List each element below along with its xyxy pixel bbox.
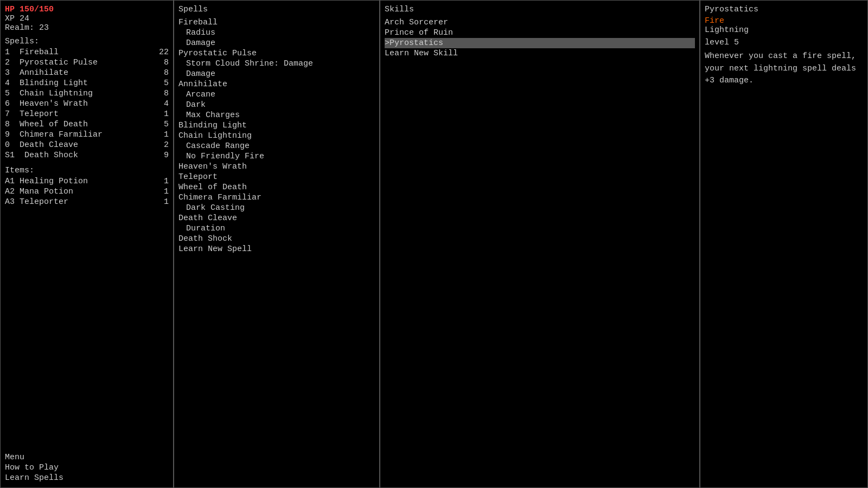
spells-panel-item[interactable]: Teleport xyxy=(178,172,375,182)
spells-panel-item[interactable]: Radius xyxy=(178,28,375,38)
detail-panel: Pyrostatics Fire Lightning level 5 Whene… xyxy=(700,0,868,488)
skills-panel-item[interactable]: Arch Sorcerer xyxy=(385,17,695,28)
spells-panel-item[interactable]: Death Cleave xyxy=(178,213,375,223)
left-item-row[interactable]: A2 Mana Potion1 xyxy=(5,187,169,197)
left-panel: HP 150/150 XP 24 Realm: 23 Spells: 1 Fir… xyxy=(0,0,174,488)
left-item-row[interactable]: A1 Healing Potion1 xyxy=(5,176,169,187)
spells-panel-item[interactable]: Cascade Range xyxy=(178,141,375,151)
spells-panel-item[interactable]: Learn New Spell xyxy=(178,244,375,254)
spells-panel-item[interactable]: Chain Lightning xyxy=(178,131,375,141)
bottom-menu: Menu How to PlayLearn Spells xyxy=(5,448,169,483)
hp-display: HP 150/150 xyxy=(5,5,169,14)
spells-panel-item[interactable]: Dark Casting xyxy=(178,203,375,213)
left-spell-row[interactable]: 6 Heaven's Wrath4 xyxy=(5,99,169,109)
left-spell-row[interactable]: 3 Annihilate8 xyxy=(5,68,169,78)
spells-panel-item[interactable]: Death Shock xyxy=(178,234,375,244)
spells-panel-item[interactable]: Chimera Farmiliar xyxy=(178,192,375,203)
spells-panel-item[interactable]: Fireball xyxy=(178,17,375,28)
left-spell-row[interactable]: 7 Teleport1 xyxy=(5,109,169,119)
spells-panel-title: Spells xyxy=(178,5,375,14)
menu-items: How to PlayLearn Spells xyxy=(5,463,169,483)
skills-panel: Skills Arch SorcererPrince of Ruin>Pyros… xyxy=(380,0,700,488)
spells-panel-item[interactable]: Dark xyxy=(178,100,375,110)
skills-list-main: Arch SorcererPrince of Ruin>PyrostaticsL… xyxy=(385,17,695,59)
spells-panel-item[interactable]: No Friendly Fire xyxy=(178,151,375,162)
spells-panel-item[interactable]: Heaven's Wrath xyxy=(178,162,375,172)
spells-panel: Spells FireballRadiusDamagePyrostatic Pu… xyxy=(174,0,380,488)
left-spell-row[interactable]: 0 Death Cleave2 xyxy=(5,140,169,150)
spells-header: Spells: xyxy=(5,37,169,46)
menu-label: Menu xyxy=(5,452,169,463)
detail-description: Whenever you cast a fire spell, your nex… xyxy=(705,50,863,87)
realm-display: Realm: 23 xyxy=(5,23,169,33)
spells-panel-item[interactable]: Pyrostatic Pulse xyxy=(178,48,375,59)
left-top: HP 150/150 XP 24 Realm: 23 Spells: 1 Fir… xyxy=(5,5,169,207)
detail-lightning: Lightning xyxy=(705,25,863,35)
detail-level: level 5 xyxy=(705,38,863,47)
spells-panel-item[interactable]: Max Charges xyxy=(178,110,375,120)
detail-fire: Fire xyxy=(705,16,863,25)
items-list: A1 Healing Potion1A2 Mana Potion1A3 Tele… xyxy=(5,176,169,207)
spells-panel-item[interactable]: Duration xyxy=(178,223,375,234)
spells-panel-item[interactable]: Arcane xyxy=(178,89,375,100)
spells-panel-item[interactable]: Damage xyxy=(178,38,375,48)
left-spell-row[interactable]: 2 Pyrostatic Pulse8 xyxy=(5,57,169,68)
xp-display: XP 24 xyxy=(5,14,169,23)
left-spell-row[interactable]: 1 Fireball22 xyxy=(5,47,169,57)
menu-item[interactable]: Learn Spells xyxy=(5,473,169,483)
left-spell-row[interactable]: 4 Blinding Light5 xyxy=(5,78,169,88)
spells-panel-item[interactable]: Annihilate xyxy=(178,79,375,89)
spells-list: 1 Fireball222 Pyrostatic Pulse83 Annihil… xyxy=(5,47,169,160)
left-spell-row[interactable]: 9 Chimera Farmiliar1 xyxy=(5,130,169,140)
skills-panel-item[interactable]: Prince of Ruin xyxy=(385,28,695,38)
menu-item[interactable]: How to Play xyxy=(5,463,169,473)
spells-panel-item[interactable]: Wheel of Death xyxy=(178,182,375,192)
spells-panel-item[interactable]: Blinding Light xyxy=(178,120,375,131)
spells-panel-item[interactable]: Damage xyxy=(178,69,375,79)
spells-panel-item[interactable]: Storm Cloud Shrine: Damage xyxy=(178,59,375,69)
left-spell-row[interactable]: 8 Wheel of Death5 xyxy=(5,119,169,130)
skills-panel-item[interactable]: >Pyrostatics xyxy=(385,38,695,48)
items-header: Items: xyxy=(5,166,169,175)
skills-panel-item[interactable]: Learn New Skill xyxy=(385,48,695,59)
left-spell-row[interactable]: S1 Death Shock9 xyxy=(5,150,169,160)
left-item-row[interactable]: A3 Teleporter1 xyxy=(5,197,169,207)
detail-title: Pyrostatics xyxy=(705,5,863,14)
spells-list-main: FireballRadiusDamagePyrostatic PulseStor… xyxy=(178,17,375,254)
left-spell-row[interactable]: 5 Chain Lightning8 xyxy=(5,88,169,99)
skills-panel-title: Skills xyxy=(385,5,695,14)
